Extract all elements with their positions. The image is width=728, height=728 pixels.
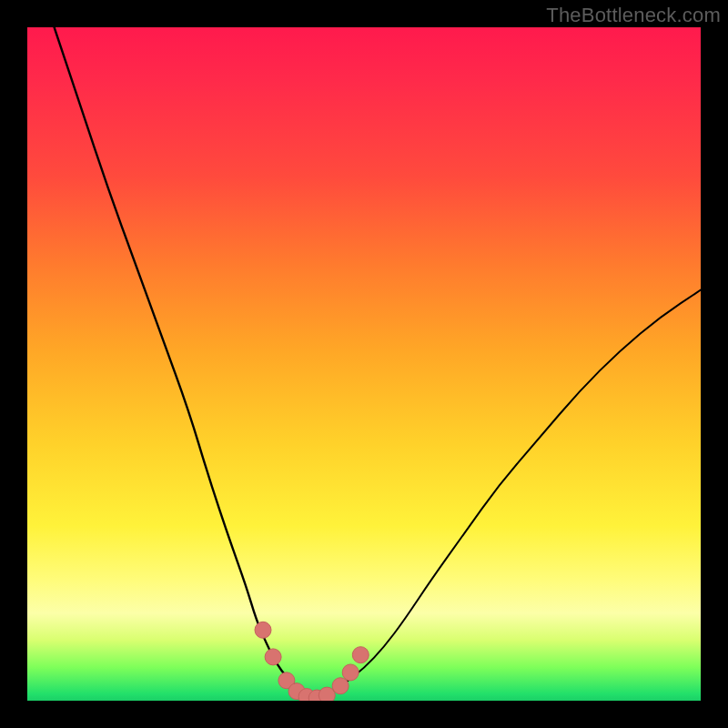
data-point bbox=[255, 622, 271, 638]
data-point bbox=[352, 647, 369, 663]
watermark-text: TheBottleneck.com bbox=[546, 4, 721, 27]
markers-group bbox=[255, 622, 369, 701]
chart-frame: TheBottleneck.com bbox=[0, 0, 728, 728]
data-point bbox=[332, 678, 349, 694]
data-point bbox=[342, 664, 359, 681]
data-point bbox=[265, 649, 281, 665]
curve-left-curve bbox=[55, 27, 318, 698]
curves-group bbox=[55, 27, 701, 698]
plot-area bbox=[27, 27, 701, 701]
chart-svg bbox=[27, 27, 701, 701]
curve-right-curve bbox=[317, 290, 701, 698]
